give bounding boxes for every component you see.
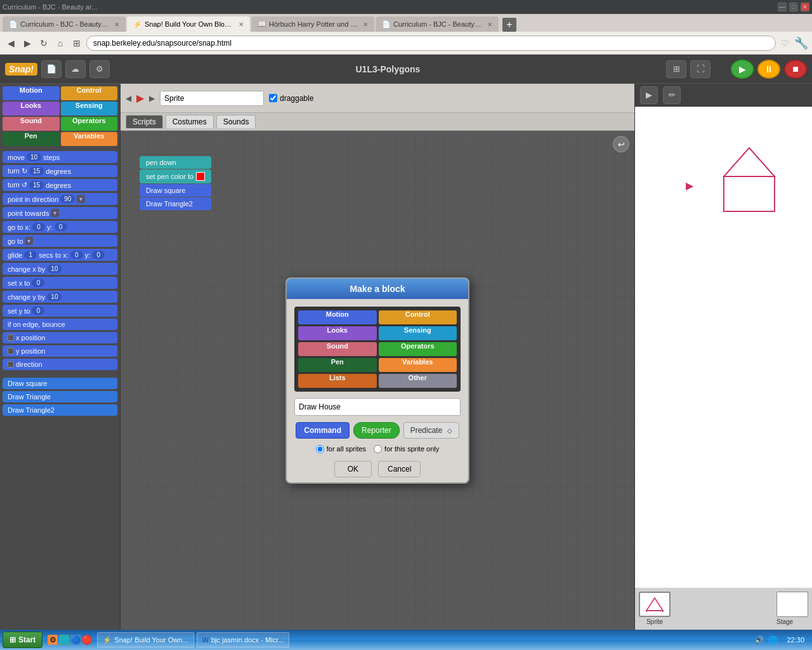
sys-icon-2[interactable]: 🌐 <box>768 635 778 645</box>
script-block-draw-triangle2[interactable]: Draw Triangle2 <box>140 197 211 210</box>
category-sensing[interactable]: Sensing <box>61 102 118 116</box>
browser-tab-4[interactable]: 📄 Curriculum - BJC - Beauty ar... ✕ <box>376 17 499 32</box>
category-operators[interactable]: Operators <box>61 117 118 131</box>
block-direction[interactable]: direction <box>3 359 117 370</box>
extensions-button[interactable]: 🔧 <box>794 36 808 50</box>
reload-button[interactable]: ↻ <box>37 36 51 50</box>
category-looks[interactable]: Looks <box>3 102 60 116</box>
cancel-button[interactable]: Cancel <box>378 461 421 477</box>
script-block-pen-down[interactable]: pen down <box>140 156 211 169</box>
tray-icon-2[interactable]: 🌐 <box>59 635 69 645</box>
undo-button[interactable]: ↩ <box>613 136 629 152</box>
file-button[interactable]: 📄 <box>41 60 62 78</box>
tab2-close[interactable]: ✕ <box>239 21 244 28</box>
scope-this-label[interactable]: for this sprite only <box>374 445 439 453</box>
block-point-towards[interactable]: point towards ▾ <box>3 207 117 219</box>
tray-icon-3[interactable]: 🔵 <box>70 635 81 645</box>
browser-tab-1[interactable]: 📄 Curriculum - BJC - Beauty ar... ✕ <box>3 17 126 32</box>
modal-cat-variables[interactable]: Variables <box>379 358 457 372</box>
maximize-button[interactable]: □ <box>789 3 798 11</box>
home-button[interactable]: ⌂ <box>53 36 67 50</box>
address-bar[interactable] <box>86 36 776 51</box>
type-predicate-button[interactable]: Predicate ◇ <box>403 422 459 439</box>
new-tab-button[interactable]: + <box>502 18 516 32</box>
block-set-x[interactable]: set x to 0 <box>3 277 117 289</box>
sprite-item[interactable]: Sprite <box>639 592 671 625</box>
modal-cat-sensing[interactable]: Sensing <box>379 326 457 340</box>
start-button[interactable]: ⊞ Start <box>3 632 43 648</box>
browser-tab-2[interactable]: ⚡ Snap! Build Your Own Blocks ✕ <box>127 17 250 32</box>
block-edge-bounce[interactable]: if on edge, bounce <box>3 319 117 330</box>
sprite-arrow[interactable]: ▶ <box>686 180 693 192</box>
close-button[interactable]: ✕ <box>801 3 809 11</box>
modal-cat-sound[interactable]: Sound <box>298 342 377 356</box>
script-block-set-pen-color[interactable]: set pen color to <box>140 169 211 183</box>
scope-all-label[interactable]: for all sprites <box>316 445 366 453</box>
stage-item[interactable]: Stage <box>776 592 808 626</box>
taskbar-word-item[interactable]: W bjc jasmin.docx - Micr... <box>197 632 290 647</box>
block-name-input[interactable] <box>294 398 461 416</box>
tray-icon-1[interactable]: ⚙ <box>48 635 58 645</box>
block-goto[interactable]: go to ▾ <box>3 235 117 247</box>
tray-icon-4[interactable]: 🔴 <box>82 635 92 645</box>
menu-label[interactable]: Curriculum - BJC - Beauty ar... <box>3 3 97 11</box>
draggable-checkbox[interactable] <box>269 94 277 102</box>
draggable-checkbox-container[interactable]: draggable <box>269 94 313 103</box>
script-block-draw-square[interactable]: Draw square <box>140 184 211 197</box>
tab1-close[interactable]: ✕ <box>114 21 119 28</box>
type-reporter-button[interactable]: Reporter <box>353 422 400 439</box>
modal-cat-operators[interactable]: Operators <box>379 342 457 356</box>
modal-cat-lists[interactable]: Lists <box>298 374 377 388</box>
apps-button[interactable]: ⊞ <box>70 36 84 50</box>
block-move[interactable]: move 10 steps <box>3 151 117 163</box>
sys-icon-1[interactable]: 🔊 <box>754 635 764 645</box>
forward-button[interactable]: ▶ <box>20 36 34 50</box>
block-glide[interactable]: glide 1 secs to x: 0 y: 0 <box>3 249 117 261</box>
pen-color-swatch[interactable] <box>196 172 205 181</box>
category-motion[interactable]: Motion <box>3 86 60 100</box>
nav-left-icon[interactable]: ◀ <box>126 94 131 103</box>
pause-button[interactable]: ⏸ <box>757 60 780 79</box>
stage-edit-button[interactable]: ✏ <box>663 86 681 104</box>
back-button[interactable]: ◀ <box>4 36 18 50</box>
modal-cat-motion[interactable]: Motion <box>298 310 377 324</box>
block-point-direction[interactable]: point in direction 90 ▾ <box>3 193 117 205</box>
block-draw-square[interactable]: Draw square <box>3 378 117 389</box>
script-canvas[interactable]: pen down set pen color to Draw square Dr… <box>121 131 634 630</box>
modal-cat-other[interactable]: Other <box>379 374 457 388</box>
minimize-button[interactable]: — <box>778 3 787 11</box>
block-set-y[interactable]: set y to 0 <box>3 305 117 317</box>
block-goto-xy[interactable]: go to x: 0 y: 0 <box>3 221 117 233</box>
block-draw-triangle[interactable]: Draw Triangle <box>3 391 117 402</box>
cloud-button[interactable]: ☁ <box>65 60 86 78</box>
block-draw-triangle2[interactable]: Draw Triangle2 <box>3 404 117 416</box>
category-variables[interactable]: Variables <box>61 132 118 146</box>
taskbar-snap-item[interactable]: ⚡ Snap! Build Your Own... <box>97 632 193 647</box>
tab4-close[interactable]: ✕ <box>487 21 492 28</box>
run-button[interactable]: ▶ <box>731 60 754 79</box>
tab-scripts[interactable]: Scripts <box>126 115 163 128</box>
browser-tab-3[interactable]: 📖 Hörbuch Harry Potter und de... ✕ <box>251 17 374 32</box>
block-turn-ccw[interactable]: turn ↺ 15 degrees <box>3 179 117 191</box>
block-change-y[interactable]: change y by 10 <box>3 291 117 303</box>
stop-button[interactable]: ■ <box>784 60 807 79</box>
scope-this-radio[interactable] <box>374 445 382 453</box>
block-x-position[interactable]: x position <box>3 332 117 343</box>
fullscreen-button[interactable]: ⛶ <box>690 60 710 78</box>
bookmark-button[interactable]: ♡ <box>781 38 789 48</box>
sprite-name-field[interactable] <box>160 91 264 106</box>
category-control[interactable]: Control <box>61 86 118 100</box>
category-pen[interactable]: Pen <box>3 132 60 146</box>
category-sound[interactable]: Sound <box>3 117 60 131</box>
tab3-close[interactable]: ✕ <box>363 21 368 28</box>
ok-button[interactable]: OK <box>334 461 372 477</box>
modal-cat-pen[interactable]: Pen <box>298 358 377 372</box>
block-turn-cw[interactable]: turn ↻ 15 degrees <box>3 165 117 177</box>
tab-costumes[interactable]: Costumes <box>166 115 214 128</box>
modal-cat-looks[interactable]: Looks <box>298 326 377 340</box>
block-change-x[interactable]: change x by 10 <box>3 263 117 275</box>
modal-cat-control[interactable]: Control <box>379 310 457 324</box>
stage-arrow-button[interactable]: ▶ <box>640 86 658 104</box>
block-y-position[interactable]: y position <box>3 345 117 357</box>
layout-button[interactable]: ⊞ <box>666 60 686 78</box>
